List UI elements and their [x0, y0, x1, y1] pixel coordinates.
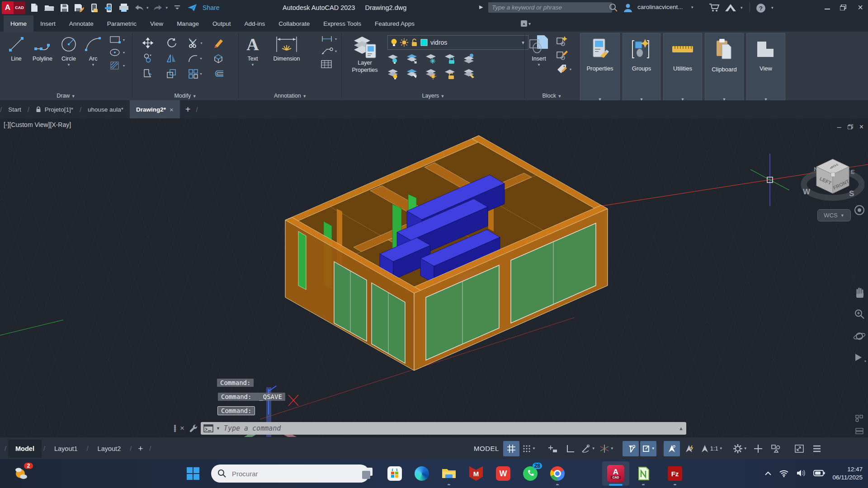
drawing-viewport[interactable]: N E W S TOP LEFT FRONT [-][Custom View][… — [0, 118, 868, 437]
layer-match-tool[interactable] — [406, 69, 418, 80]
layer-freeze-tool[interactable] — [425, 53, 437, 64]
tab-featured-apps[interactable]: Featured Apps — [368, 15, 421, 32]
edit-attributes-tool[interactable]: ▾ — [556, 63, 571, 75]
pan-hand-icon[interactable] — [854, 285, 865, 299]
polyline-button[interactable]: Polyline — [31, 34, 54, 67]
open-folder-icon[interactable] — [44, 2, 55, 13]
layers-panel-footer[interactable]: Layers ▼ — [342, 93, 524, 99]
annotation-monitor-plus[interactable] — [750, 441, 766, 456]
isometric-drafting-toggle[interactable]: ▼ — [598, 441, 615, 456]
draw-panel-footer[interactable]: Draw ▼ — [0, 93, 132, 99]
tab-output[interactable]: Output — [206, 15, 238, 32]
linear-dimension-tool[interactable]: ▾ — [321, 35, 337, 42]
snap-mode-toggle[interactable]: ▼ — [521, 441, 537, 456]
tab-collaborate[interactable]: Collaborate — [272, 15, 316, 32]
start-button[interactable] — [185, 466, 201, 481]
command-customize-wrench-icon[interactable] — [188, 423, 197, 434]
user-dropdown-icon[interactable]: ▾ — [691, 5, 693, 9]
mirror-tool[interactable] — [166, 53, 177, 63]
copy-tool[interactable] — [142, 53, 153, 63]
create-block-tool[interactable] — [556, 35, 571, 46]
mobile-save-icon[interactable] — [89, 2, 99, 13]
viewport-minimize-icon[interactable]: ─ — [837, 124, 841, 131]
layer-lock-tool[interactable] — [443, 53, 456, 64]
battery-icon[interactable] — [813, 470, 825, 478]
dynamic-input-toggle[interactable] — [544, 441, 561, 456]
hatch-tool[interactable]: ▾ — [109, 61, 125, 70]
house-model[interactable] — [285, 136, 608, 371]
leader-tool[interactable]: ▾ — [321, 47, 337, 56]
help-search-input[interactable] — [488, 2, 612, 13]
grid-toggle[interactable] — [503, 441, 519, 456]
help-icon[interactable]: ? — [756, 3, 766, 14]
wps-office-icon[interactable]: W — [495, 466, 511, 481]
layer-off-tool[interactable] — [387, 53, 399, 64]
minimize-button[interactable] — [821, 0, 834, 14]
mobile-upload-icon[interactable] — [104, 2, 114, 13]
model-space-badge[interactable]: MODEL — [474, 445, 499, 452]
redo-icon[interactable] — [153, 2, 164, 13]
modify-panel-footer[interactable]: Modify ▼ — [132, 93, 238, 99]
layer-isolate-tool[interactable] — [406, 53, 418, 64]
file-tab-uhouse[interactable]: uhouse aula* — [81, 100, 130, 118]
tab-annotate[interactable]: Annotate — [62, 15, 100, 32]
command-input[interactable] — [223, 424, 676, 433]
annotation-panel-footer[interactable]: Annotation ▼ — [239, 93, 341, 99]
file-tab-start[interactable]: Start — [2, 100, 28, 118]
tab-home[interactable]: Home — [4, 15, 33, 32]
layer-make-current-tool[interactable] — [462, 53, 475, 64]
save-as-icon[interactable] — [74, 2, 85, 13]
new-drawing-tab-button[interactable]: + — [180, 100, 196, 118]
layer-thaw-tool[interactable] — [425, 69, 437, 80]
command-recent-dropdown-icon[interactable]: ▼ — [216, 426, 220, 431]
panel-view[interactable]: View ▼ — [746, 33, 785, 104]
autodesk-logo-icon[interactable] — [724, 3, 737, 14]
help-dropdown-icon[interactable]: ▾ — [771, 5, 774, 10]
viewcube[interactable]: N E W S TOP LEFT FRONT — [803, 159, 862, 198]
command-bar[interactable]: ▼ ▲ — [201, 422, 686, 435]
customization-menu[interactable] — [809, 441, 825, 456]
array-tool[interactable]: ▾ — [188, 68, 202, 79]
annotation-visibility-toggle[interactable] — [664, 441, 680, 456]
rotate-tool[interactable] — [166, 38, 177, 48]
command-drag-handle[interactable]: ●●●● — [174, 425, 176, 432]
tab-addins[interactable]: Add-ins — [237, 15, 272, 32]
erase-tool[interactable] — [212, 38, 224, 48]
panel-groups[interactable]: Groups ▼ — [623, 33, 660, 104]
arc-button[interactable]: Arc ▼ — [83, 34, 103, 67]
clean-screen-toggle[interactable] — [791, 441, 807, 456]
layout-tab-layout1[interactable]: Layout1 — [47, 440, 85, 458]
autodesk-dropdown-icon[interactable]: ▾ — [741, 5, 743, 10]
taskbar-search-input[interactable] — [231, 469, 332, 478]
new-file-icon[interactable] — [29, 2, 40, 13]
text-button[interactable]: A Text ▼ — [242, 34, 264, 67]
layer-color-swatch[interactable] — [420, 39, 428, 46]
edge-icon[interactable] — [414, 466, 429, 481]
move-tool[interactable] — [142, 38, 153, 48]
rectangle-tool[interactable]: ▾ — [109, 35, 125, 44]
layer-on-all-tool[interactable] — [387, 69, 399, 80]
polar-tracking-toggle[interactable]: ▼ — [580, 441, 597, 456]
save-icon[interactable] — [59, 2, 70, 13]
filezilla-icon[interactable]: Fz — [667, 466, 683, 481]
print-icon[interactable] — [118, 2, 129, 13]
tab-manage[interactable]: Manage — [170, 15, 206, 32]
undo-dropdown-icon[interactable]: ▾ — [146, 5, 149, 10]
ortho-toggle[interactable] — [562, 441, 578, 456]
object-snap-tracking-toggle[interactable] — [623, 441, 639, 456]
arc-dropdown-icon[interactable]: ▼ — [91, 63, 95, 67]
zoom-icon[interactable] — [854, 308, 865, 321]
panel-utilities[interactable]: Utilities ▼ — [663, 33, 702, 104]
panel-clipboard[interactable]: Clipboard ▼ — [705, 33, 744, 104]
layer-unlock-icon[interactable] — [411, 38, 418, 47]
ribbon-minimize-button[interactable]: ▲▾ — [518, 19, 533, 28]
nav-extra-list-icon[interactable] — [855, 427, 864, 436]
whatsapp-icon[interactable]: 28 — [523, 466, 538, 481]
tab-express-tools[interactable]: Express Tools — [316, 15, 368, 32]
text-dropdown-icon[interactable]: ▼ — [251, 63, 255, 67]
layer-properties-button[interactable]: LayerProperties — [345, 34, 385, 74]
layout-tab-model[interactable]: Model — [8, 440, 42, 458]
close-tab-icon[interactable]: × — [170, 106, 174, 113]
explode-tool[interactable] — [212, 53, 224, 64]
new-layout-button[interactable]: + — [133, 440, 147, 457]
